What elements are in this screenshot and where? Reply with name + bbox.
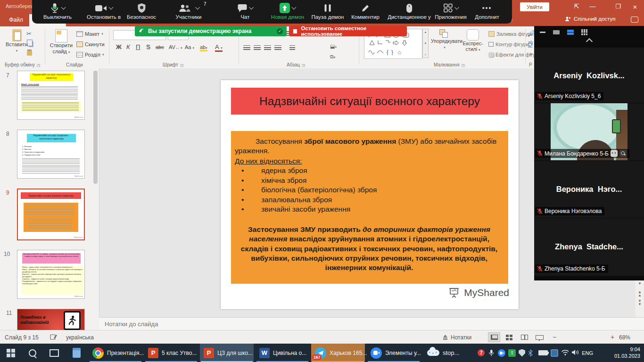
paste-button[interactable]: Вставити▾ — [6, 29, 28, 53]
slide-indicator[interactable]: Слайд 9 з 15 — [5, 334, 39, 341]
notes-panel[interactable]: Нотатки до слайда — [99, 317, 644, 330]
participant-tile[interactable]: Arseniy Kozlivsk... Arseniy Kozlivskiy 5… — [534, 47, 644, 103]
format-painter-icon[interactable] — [27, 51, 32, 56]
taskbar-app-powerpoint-1[interactable]: P 5 клас Утво... — [144, 344, 198, 362]
current-slide[interactable]: Надзвичайні ситуації воєнного характеру … — [221, 80, 519, 309]
participants-options-chevron[interactable] — [195, 5, 200, 10]
next-slide-button[interactable]: ▼▼ — [638, 299, 642, 306]
annotate-button[interactable]: Комментир — [351, 2, 380, 20]
text-shadow-button[interactable]: S — [146, 43, 150, 50]
tray-speaker-icon[interactable] — [571, 349, 579, 357]
reset-button[interactable]: Скинути — [76, 41, 105, 47]
search-button[interactable] — [22, 344, 43, 362]
font-dialog-launcher[interactable]: ◳ — [180, 63, 184, 67]
taskbar-app-calculator[interactable] — [65, 344, 88, 362]
taskbar-app-word[interactable]: W Цивільна о... — [256, 344, 309, 362]
scroll-down-icon[interactable]: ▼ — [638, 282, 642, 285]
minimize-button[interactable]: — — [587, 3, 598, 10]
align-center-button[interactable] — [254, 45, 261, 50]
tray-screenshare-icon[interactable]: ⇪ — [508, 349, 516, 357]
italic-button[interactable]: К — [126, 43, 130, 50]
mute-options-chevron[interactable] — [61, 5, 66, 10]
columns-button[interactable] — [289, 45, 295, 50]
align-right-button[interactable] — [264, 45, 271, 50]
notes-placeholder[interactable]: Нотатки до слайда — [105, 321, 158, 328]
bold-button[interactable]: Ж — [116, 43, 122, 50]
tray-battery-icon[interactable] — [538, 350, 548, 355]
security-button[interactable]: Безопаснос — [127, 2, 156, 20]
notification-badge-icon[interactable]: 7 — [478, 349, 485, 356]
slideshow-button[interactable] — [533, 332, 545, 342]
taskbar-clock[interactable]: 9:04 01.03.2023 — [614, 346, 640, 359]
comments-icon[interactable] — [631, 16, 638, 23]
tray-wifi-icon[interactable] — [561, 349, 569, 357]
gallery-view-icon[interactable] — [567, 30, 574, 35]
slide-sorter-view-button[interactable] — [503, 332, 515, 342]
copy-icon[interactable] — [27, 40, 33, 46]
participant-tile[interactable]: Zhenya Stadche... Zhenya Stadchenko 5-Б — [534, 218, 644, 276]
change-case-button[interactable]: Aa ▾ — [185, 44, 194, 50]
clipboard-dialog-launcher[interactable]: ◳ — [37, 63, 41, 67]
notes-toggle-button[interactable]: Нотатки — [442, 334, 471, 341]
justify-button[interactable] — [274, 45, 281, 50]
share-options-chevron[interactable] — [292, 5, 297, 10]
slide-thumbnail-7[interactable]: Надзвичайні ситуації техногенного характ… — [17, 71, 85, 120]
slide-thumbnail-9-selected[interactable]: Надзвичайні ситуації воєнного характеру … — [17, 189, 85, 240]
quick-styles-button[interactable]: Експрес-стилі ▾ — [460, 29, 486, 52]
slide-body[interactable]: Застосування зброї масового ураження (ЗМ… — [231, 131, 508, 284]
stop-share-button[interactable]: Остановить совместное использование — [289, 26, 407, 36]
restore-button[interactable]: ❒ — [613, 3, 623, 10]
replace-icon[interactable]: abac — [528, 41, 533, 48]
keyboard-language-indicator[interactable]: ENG — [582, 350, 593, 356]
character-spacing-button[interactable]: AV↔ ▾ — [169, 44, 182, 50]
tray-microphone-icon[interactable] — [487, 349, 495, 357]
thumbnail-scrollbar[interactable] — [93, 71, 98, 184]
collapse-panel-chevron[interactable] — [586, 38, 592, 45]
slide-thumbnail-10[interactable]: Наслідки впливу НС на людину – уражуючі … — [17, 250, 85, 299]
shapes-gallery-scroll[interactable]: ▴▾▿ — [422, 29, 429, 58]
zoom-in-button[interactable]: + — [611, 333, 614, 341]
apps-button[interactable]: Приложения — [435, 2, 466, 20]
spellcheck-icon[interactable] — [50, 334, 58, 340]
taskbar-app-telegram-attention[interactable]: 167 Харьков 165... — [311, 344, 365, 362]
apps-options-chevron[interactable] — [454, 5, 459, 10]
section-button[interactable]: Розділ▾ — [76, 52, 104, 58]
close-button[interactable]: × — [630, 3, 640, 11]
share-button[interactable]: Спільний доступ — [565, 16, 615, 22]
smartart-button[interactable]: ⧉▾ — [330, 54, 335, 60]
tab-file[interactable]: Файл — [4, 13, 28, 26]
tray-bluetooth-icon[interactable] — [528, 349, 536, 357]
taskbar-app-zoom[interactable]: Элементы у... — [367, 344, 421, 362]
weather-widget[interactable]: stop... — [423, 344, 475, 362]
slide-thumbnail-pane[interactable]: 7 Надзвичайні ситуації техногенного хара… — [0, 68, 99, 330]
tray-zoom-icon[interactable] — [498, 349, 505, 357]
tray-app-icon[interactable] — [551, 349, 558, 357]
remote-control-button[interactable]: Дистанционное у — [388, 2, 431, 20]
highlight-color-button[interactable]: ab▾ — [200, 44, 207, 51]
normal-view-button[interactable] — [488, 332, 500, 342]
previous-slide-button[interactable]: ▲▲ — [638, 290, 642, 297]
video-options-chevron[interactable] — [108, 5, 113, 10]
arrange-button[interactable]: Упорядкувати▾ — [431, 29, 458, 49]
mute-button[interactable]: Выключить — [43, 2, 72, 20]
select-cursor-icon[interactable]: ➢ — [529, 51, 533, 57]
reading-view-button[interactable] — [518, 332, 530, 342]
pause-share-button[interactable]: Пауза демон — [312, 2, 344, 20]
zoom-out-button[interactable]: − — [553, 333, 556, 341]
speaker-view-icon[interactable] — [553, 30, 560, 34]
language-indicator[interactable]: українська — [66, 334, 94, 341]
taskbar-app-chrome[interactable]: Презентація... — [89, 344, 142, 362]
font-color-button[interactable]: А ▾ — [215, 43, 223, 52]
participant-tile[interactable]: Вероника Нэго... Вероника Нэговэлова — [534, 160, 644, 218]
grid-view-icon[interactable] — [581, 29, 587, 35]
new-slide-button[interactable]: Створити слайд ▾ — [48, 29, 74, 54]
taskbar-app-powerpoint-2-active[interactable]: P ЦЗ для шко... — [200, 344, 254, 362]
cut-icon[interactable]: ✂ — [26, 30, 32, 37]
align-left-button[interactable] — [243, 45, 250, 50]
new-share-button[interactable]: Новая демон — [271, 2, 304, 20]
align-text-button[interactable]: ⬓▾ — [330, 43, 337, 49]
underline-button[interactable]: П — [136, 43, 140, 50]
slide-thumbnail-8[interactable]: Надзвичайні ситуації соціально - політич… — [17, 130, 85, 179]
stop-video-button[interactable]: Остановить в — [87, 2, 121, 20]
task-view-button[interactable] — [43, 344, 65, 362]
